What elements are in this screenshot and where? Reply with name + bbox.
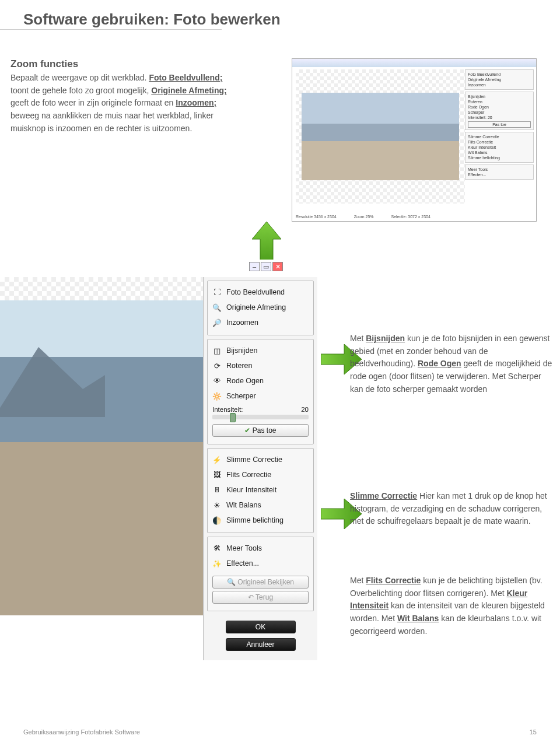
mini-status-zoom: Zoom 25% (354, 215, 374, 219)
item-inzoomen[interactable]: 🔎 Inzoomen (212, 315, 309, 330)
enlarged-panel: – ▭ ✕ ⛶ Foto Beeldvullend 🔍 Originele Af… (0, 260, 338, 715)
rotate-icon: ⟳ (212, 361, 222, 370)
magnifier-icon: 🔍 (227, 578, 236, 586)
intensity-label: Intensiteit: (212, 406, 243, 413)
zoom-paragraph: Bepaalt de weergave op dit werkblad. Fot… (10, 72, 238, 135)
zoom-section: Zoom functies Bepaalt de weergave op dit… (10, 58, 238, 135)
undo-button[interactable]: ↶ Terug (212, 591, 309, 604)
label: Roteren (226, 362, 252, 370)
apply-button[interactable]: ✔ Pas toe (212, 424, 309, 437)
t: Flits Correctie (366, 576, 421, 585)
auto-icon: ⚡ (212, 455, 222, 464)
t: Originele Afmeting; (151, 86, 226, 95)
mini-item: Originele Afmeting (468, 77, 531, 82)
mini-item: Flits Correctie (468, 139, 531, 145)
mini-titlebar (292, 59, 536, 67)
mini-group-more: Meer Tools Effecten... (465, 164, 534, 180)
mini-group-zoom: Foto Beeldvullend Originele Afmeting Inz… (465, 69, 534, 90)
item-originele-afmeting[interactable]: 🔍 Originele Afmeting (212, 300, 309, 315)
mini-item: Slimme Correctie (468, 134, 531, 139)
mini-apply-button: Pas toe (468, 121, 531, 128)
mini-status-res: Resolutie 3456 x 2304 (296, 215, 337, 219)
exposure-icon: 🌓 (212, 516, 222, 525)
group-zoom: ⛶ Foto Beeldvullend 🔍 Originele Afmeting… (207, 281, 314, 335)
item-roteren[interactable]: ⟳ Roteren (212, 358, 309, 373)
arrow-up-icon (252, 222, 281, 262)
mini-sidebar: Foto Beeldvullend Originele Afmeting Inz… (465, 69, 534, 181)
t: Bepaalt de weergave op dit werkblad. (10, 73, 149, 82)
label: Foto Beeldvullend (226, 288, 285, 296)
label: Inzoomen (226, 318, 258, 327)
t: Foto Beeldvullend; (149, 73, 222, 82)
mini-item: Inzoomen (468, 82, 531, 87)
intensity-row: Intensiteit: 20 (212, 406, 309, 413)
item-effecten[interactable]: ✨ Effecten... (212, 556, 309, 571)
mini-app-window: Foto Beeldvullend Originele Afmeting Inz… (292, 58, 537, 222)
label: Terug (256, 593, 273, 601)
label: Bijsnijden (226, 346, 258, 355)
label: Origineel Bekijken (237, 578, 294, 586)
crop-icon: ◫ (212, 346, 222, 355)
flash-icon: 🖼 (212, 470, 222, 479)
item-kleur-intensiteit[interactable]: 🎚 Kleur Intensiteit (212, 482, 309, 498)
mini-item: Wit Balans (468, 150, 531, 155)
label: Meer Tools (226, 544, 262, 552)
intensity-slider[interactable] (212, 415, 309, 419)
item-rode-ogen[interactable]: 👁 Rode Ogen (212, 373, 309, 388)
mini-item: Bijsnijden (468, 94, 531, 99)
item-foto-beeldvullend[interactable]: ⛶ Foto Beeldvullend (212, 285, 309, 300)
original-size-icon: 🔍 (212, 303, 222, 312)
mini-statusbar: Resolutie 3456 x 2304 Zoom 25% Selectie:… (296, 215, 465, 219)
checker-strip (0, 277, 203, 300)
ok-button[interactable]: OK (226, 621, 296, 633)
cancel-button[interactable]: Annuleer (226, 638, 296, 651)
label: Slimme Correctie (226, 456, 282, 464)
view-original-button[interactable]: 🔍 Origineel Bekijken (212, 576, 309, 589)
item-meer-tools[interactable]: 🛠 Meer Tools (212, 541, 309, 556)
page-title: Software gebruiken: Foto bewerken (0, 0, 560, 29)
explain-slimme-correctie: Slimme Correctie Hier kan met 1 druk op … (350, 490, 554, 528)
fit-icon: ⛶ (212, 288, 222, 297)
group-corrections: ⚡ Slimme Correctie 🖼 Flits Correctie 🎚 K… (207, 448, 314, 533)
t: Inzoomen; (176, 98, 216, 107)
rule (0, 29, 222, 30)
t: Wit Balans (397, 614, 439, 623)
t: Slimme Correctie (350, 491, 417, 500)
label: Slimme belichting (226, 516, 284, 524)
zoom-heading: Zoom functies (10, 58, 238, 70)
item-slimme-belichting[interactable]: 🌓 Slimme belichting (212, 513, 309, 528)
tool-sidebar: ⛶ Foto Beeldvullend 🔍 Originele Afmeting… (203, 277, 317, 660)
explain-flits-correctie: Met Flits Correctie kun je de belichting… (350, 575, 554, 638)
photo-preview (0, 300, 203, 615)
check-icon: ✔ (244, 426, 250, 435)
item-flits-correctie[interactable]: 🖼 Flits Correctie (212, 467, 309, 482)
mini-item: Intensiteit: 20 (468, 115, 531, 120)
explain-bijsnijden: Met Bijsnijden kun je de foto bijsnijden… (350, 332, 554, 395)
label: Wit Balans (226, 501, 261, 509)
mini-item: Foto Beeldvullend (468, 72, 531, 77)
maximize-icon[interactable]: ▭ (261, 262, 271, 271)
item-wit-balans[interactable]: ☀ Wit Balans (212, 498, 309, 513)
label: Flits Correctie (226, 471, 271, 479)
minimize-icon[interactable]: – (249, 262, 260, 271)
label: Originele Afmeting (226, 303, 286, 311)
mini-group-correct: Slimme Correctie Flits Correctie Kleur I… (465, 132, 534, 163)
t: Met (350, 576, 366, 585)
t: Met (350, 334, 366, 343)
item-slimme-correctie[interactable]: ⚡ Slimme Correctie (212, 452, 309, 467)
t: Rode Ogen (418, 359, 461, 368)
window-frame (0, 260, 286, 277)
tools-icon: 🛠 (212, 544, 222, 553)
page-number: 15 (530, 729, 537, 736)
mini-group-edit: Bijsnijden Roteren Rode Ogen Scherper In… (465, 92, 534, 130)
effects-icon: ✨ (212, 559, 222, 568)
page-footer: Gebruiksaanwijzing Fotofabriek Software … (23, 729, 537, 736)
footer-text: Gebruiksaanwijzing Fotofabriek Software (23, 729, 140, 736)
item-scherper[interactable]: 🔆 Scherper (212, 388, 309, 404)
t: toont de gehele foto zo groot mogelijk, (10, 86, 151, 95)
undo-icon: ↶ (248, 593, 254, 601)
footer-buttons: OK Annuleer (204, 615, 317, 660)
close-icon[interactable]: ✕ (272, 262, 283, 271)
item-bijsnijden[interactable]: ◫ Bijsnijden (212, 343, 309, 358)
mini-item: Slimme belichting (468, 155, 531, 160)
